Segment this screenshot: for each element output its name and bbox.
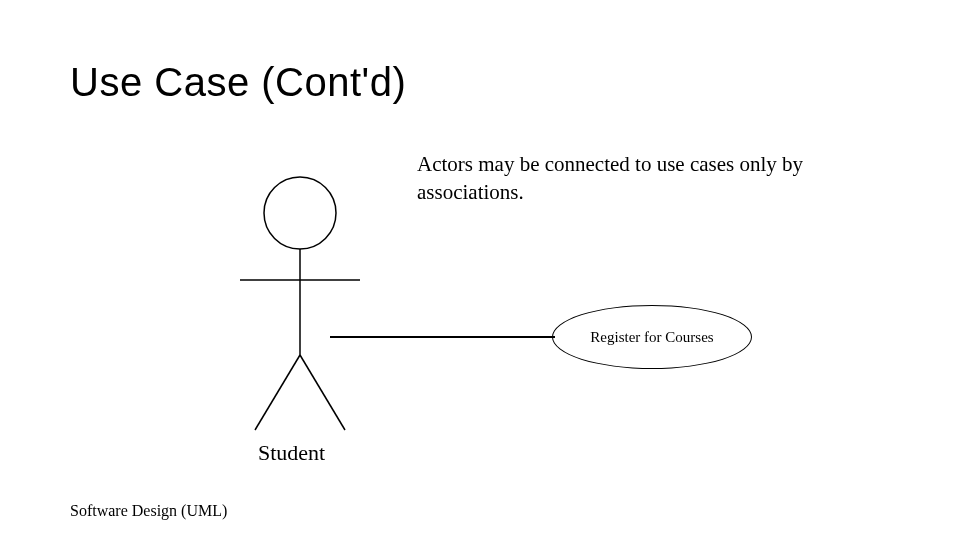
- slide-title: Use Case (Cont'd): [70, 60, 406, 105]
- slide: Use Case (Cont'd) Actors may be connecte…: [0, 0, 960, 540]
- association-line: [330, 336, 555, 338]
- actor-stick-figure-icon: [225, 175, 375, 435]
- svg-point-0: [264, 177, 336, 249]
- usecase-ellipse: Register for Courses: [552, 305, 752, 369]
- body-text: Actors may be connected to use cases onl…: [417, 150, 847, 207]
- footer-text: Software Design (UML): [70, 502, 227, 520]
- usecase-label: Register for Courses: [590, 329, 713, 346]
- svg-line-3: [255, 355, 300, 430]
- actor-label: Student: [258, 440, 325, 466]
- svg-line-4: [300, 355, 345, 430]
